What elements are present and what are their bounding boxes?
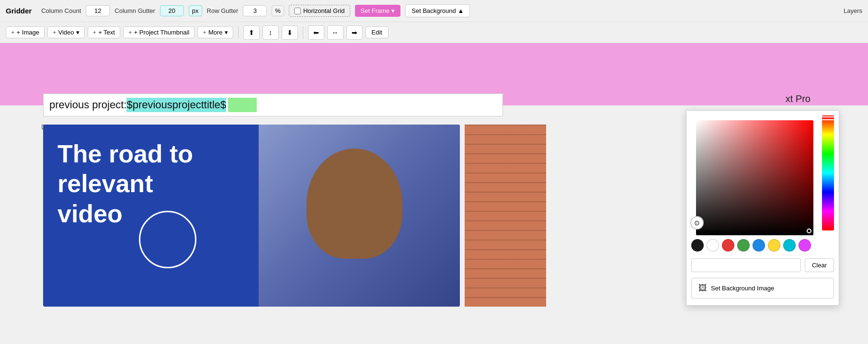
set-bg-image-label: Set Background Image bbox=[711, 285, 774, 292]
add-more-button[interactable]: + More ▾ bbox=[197, 26, 233, 38]
set-frame-button[interactable]: Set Frame ▾ bbox=[355, 5, 401, 17]
add-text-button[interactable]: + + Text bbox=[88, 26, 120, 38]
project-thumbnail-plus-icon: + bbox=[128, 29, 132, 36]
set-background-label: Set Background ▲ bbox=[411, 7, 464, 14]
text-content: previous project: bbox=[49, 99, 126, 111]
xt-pro-label: xt Pro bbox=[786, 93, 811, 104]
align-middle-v-button[interactable]: ↕ bbox=[263, 25, 279, 40]
column-gutter-input[interactable] bbox=[160, 5, 184, 16]
text-label: + Text bbox=[98, 29, 115, 36]
set-frame-dropdown-icon: ▾ bbox=[391, 7, 395, 14]
text-content-box[interactable]: previous project: $previousprojecttitle$ bbox=[43, 93, 503, 116]
eyedropper-icon: ⊙ bbox=[694, 219, 700, 227]
horizontal-grid-label: Horizontal Grid bbox=[303, 7, 345, 14]
add-image-button[interactable]: + + Image bbox=[6, 26, 45, 38]
align-left-button[interactable]: ⬅ bbox=[308, 25, 324, 40]
swatch-green[interactable] bbox=[737, 239, 750, 252]
more-dropdown-icon: ▾ bbox=[225, 29, 228, 36]
more-label: More bbox=[208, 29, 223, 36]
brick-texture-overlay bbox=[465, 125, 546, 307]
swatch-cyan[interactable] bbox=[783, 239, 796, 252]
top-toolbar: Gridder Column Count Column Gutter px Ro… bbox=[0, 0, 868, 22]
row-gutter-label: Row Gutter bbox=[207, 7, 239, 14]
set-background-button[interactable]: Set Background ▲ bbox=[405, 4, 470, 17]
align-center-h-icon: ↔ bbox=[332, 29, 339, 36]
gradient-picker-dot bbox=[807, 229, 811, 233]
align-right-button[interactable]: ➡ bbox=[346, 25, 363, 40]
edit-button[interactable]: Edit bbox=[365, 26, 388, 38]
align-middle-v-icon: ↕ bbox=[269, 29, 272, 36]
swatch-white[interactable] bbox=[707, 239, 719, 252]
set-frame-label: Set Frame bbox=[361, 7, 390, 14]
eyedropper-button[interactable]: ⊙ bbox=[690, 216, 704, 229]
app-title: Gridder bbox=[6, 7, 32, 15]
clear-button[interactable]: Clear bbox=[805, 258, 834, 272]
video-dropdown-icon: ▾ bbox=[76, 29, 80, 36]
swatch-blue[interactable] bbox=[753, 239, 765, 252]
column-gutter-unit: px bbox=[189, 5, 202, 16]
text-box-end-marker bbox=[228, 98, 257, 112]
edit-label: Edit bbox=[372, 29, 382, 36]
horizontal-grid-checkbox[interactable] bbox=[294, 8, 301, 14]
image-label: + Image bbox=[17, 29, 39, 36]
text-plus-icon: + bbox=[93, 29, 97, 36]
clear-label: Clear bbox=[812, 262, 827, 269]
swatch-red[interactable] bbox=[722, 239, 734, 252]
align-bottom-button[interactable]: ⬇ bbox=[282, 25, 298, 40]
right-brick-panel bbox=[465, 125, 546, 307]
add-video-button[interactable]: + Video ▾ bbox=[47, 26, 85, 38]
horizontal-grid-button[interactable]: Horizontal Grid bbox=[289, 5, 350, 17]
align-center-h-button[interactable]: ↔ bbox=[327, 25, 343, 40]
hue-slider-thumb bbox=[821, 116, 835, 120]
hue-slider[interactable] bbox=[822, 115, 834, 230]
second-toolbar: + + Image + Video ▾ + + Text + + Project… bbox=[0, 22, 868, 43]
person-face bbox=[307, 149, 402, 259]
swatch-black[interactable] bbox=[691, 239, 704, 252]
image-icon: 🖼 bbox=[698, 283, 707, 293]
align-left-icon: ⬅ bbox=[313, 29, 319, 36]
set-background-image-button[interactable]: 🖼 Set Background Image bbox=[691, 278, 834, 298]
text-highlight: $previousprojecttitle$ bbox=[126, 98, 226, 112]
video-panel[interactable]: The road to relevant video bbox=[43, 125, 460, 307]
layers-label: Layers bbox=[844, 7, 862, 14]
align-top-icon: ⬆ bbox=[249, 29, 254, 36]
toolbar-separator-1 bbox=[238, 26, 239, 39]
video-title-line2: relevant bbox=[57, 169, 193, 198]
video-circle-element bbox=[139, 211, 196, 268]
video-label: Video bbox=[58, 29, 74, 36]
column-gutter-label: Column Gutter bbox=[114, 7, 155, 14]
swatch-magenta[interactable] bbox=[799, 239, 811, 252]
toolbar-separator-2 bbox=[303, 26, 303, 39]
add-project-thumbnail-button[interactable]: + + Project Thumbnail bbox=[123, 26, 194, 38]
row-gutter-unit: % bbox=[272, 5, 284, 16]
hex-color-input[interactable] bbox=[691, 258, 801, 272]
swatch-yellow[interactable] bbox=[768, 239, 780, 252]
color-gradient-area[interactable] bbox=[696, 120, 813, 235]
more-plus-icon: + bbox=[203, 29, 206, 36]
align-bottom-icon: ⬇ bbox=[287, 29, 293, 36]
color-picker-popup: ⊙ Clear 🖼 Set Background Image bbox=[686, 110, 839, 306]
video-plus-icon: + bbox=[53, 29, 57, 36]
project-thumbnail-label: + Project Thumbnail bbox=[134, 29, 190, 36]
color-input-row: Clear bbox=[686, 255, 839, 275]
video-title-line1: The road to bbox=[57, 139, 193, 169]
color-picker-top bbox=[686, 111, 839, 235]
align-right-icon: ➡ bbox=[352, 29, 357, 36]
row-gutter-input[interactable] bbox=[243, 5, 267, 16]
align-top-button[interactable]: ⬆ bbox=[243, 25, 260, 40]
person-silhouette bbox=[259, 125, 460, 307]
column-count-input[interactable] bbox=[86, 5, 110, 16]
image-plus-icon: + bbox=[11, 29, 15, 36]
color-swatches-row bbox=[686, 235, 839, 255]
column-count-label: Column Count bbox=[41, 7, 81, 14]
canvas-area: previous project: $previousprojecttitle$… bbox=[0, 43, 868, 344]
